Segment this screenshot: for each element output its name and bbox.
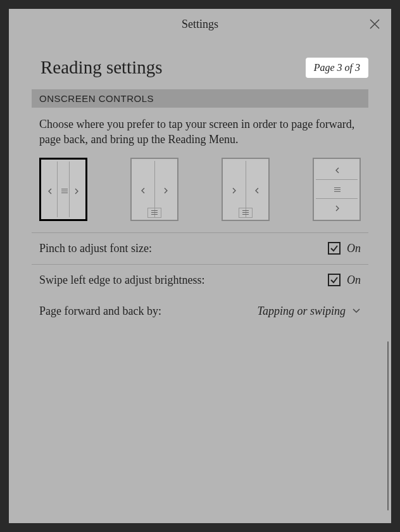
layout-options	[32, 158, 368, 232]
chevron-left-icon	[334, 167, 341, 174]
pinch-toggle[interactable]: On	[328, 242, 361, 255]
dropdown-value: Tapping or swiping	[258, 305, 346, 318]
layout-option-1[interactable]	[39, 158, 87, 221]
setting-label: Swipe left edge to adjust brightness:	[39, 274, 204, 287]
modal-header: Settings	[9, 9, 391, 39]
layout-option-2[interactable]	[130, 158, 178, 221]
settings-modal: Settings Reading settings Page 3 of 3 ON…	[9, 9, 391, 523]
page-indicator: Page 3 of 3	[306, 58, 368, 78]
toggle-state: On	[347, 274, 361, 287]
setting-swipe: Swipe left edge to adjust brightness: On	[32, 264, 368, 296]
scrollbar-thumb[interactable]	[387, 341, 389, 510]
chevron-left-icon	[47, 188, 53, 194]
section-header: ONSCREEN CONTROLS	[32, 89, 368, 108]
checkbox-icon	[328, 274, 341, 286]
layout-option-3[interactable]	[222, 158, 270, 221]
setting-label: Pinch to adjust font size:	[39, 242, 152, 255]
chevron-right-icon	[163, 187, 169, 194]
setting-pageforward: Page forward and back by: Tapping or swi…	[32, 296, 368, 327]
menu-icon	[239, 208, 253, 218]
chevron-right-icon	[334, 205, 341, 212]
menu-icon	[61, 189, 68, 194]
menu-icon	[147, 208, 161, 218]
modal-title: Settings	[182, 18, 218, 31]
chevron-down-icon	[352, 308, 361, 314]
pageforward-dropdown[interactable]: Tapping or swiping	[258, 305, 361, 318]
chevron-left-icon	[254, 187, 260, 194]
content-area: Reading settings Page 3 of 3 ONSCREEN CO…	[9, 39, 391, 523]
close-button[interactable]	[368, 18, 381, 30]
chevron-left-icon	[140, 187, 146, 194]
setting-pinch: Pinch to adjust font size: On	[32, 232, 368, 264]
scrollbar[interactable]	[387, 134, 389, 510]
menu-icon	[334, 187, 341, 193]
close-icon	[368, 18, 381, 30]
layout-option-4[interactable]	[313, 158, 361, 221]
section-description: Choose where you prefer to tap your scre…	[32, 108, 368, 158]
title-row: Reading settings Page 3 of 3	[41, 39, 368, 89]
check-icon	[330, 276, 339, 284]
checkbox-icon	[328, 242, 341, 255]
setting-label: Page forward and back by:	[39, 305, 161, 318]
chevron-right-icon	[73, 188, 80, 194]
check-icon	[330, 244, 339, 253]
toggle-state: On	[347, 242, 361, 255]
page-title: Reading settings	[41, 57, 163, 78]
chevron-right-icon	[231, 187, 237, 194]
swipe-toggle[interactable]: On	[328, 274, 361, 287]
